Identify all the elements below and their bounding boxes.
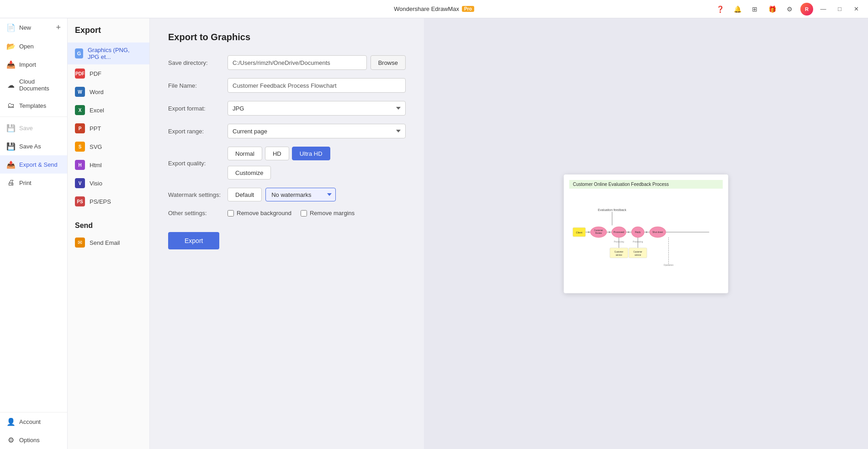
sidebar-item-new[interactable]: 📄 New + xyxy=(0,18,67,37)
close-button[interactable]: ✕ xyxy=(850,3,863,16)
sidebar-item-open[interactable]: 📂 Open xyxy=(0,37,67,55)
remove-margins-checkbox[interactable]: Remove margins xyxy=(301,210,355,217)
nav-open-label: Open xyxy=(19,43,34,50)
sidebar-item-export[interactable]: 📤 Export & Send xyxy=(0,155,67,174)
maximize-button[interactable]: □ xyxy=(833,3,846,16)
export-quality-row: Export quality: Normal HD Ultra HD Custo… xyxy=(168,147,406,180)
remove-background-input[interactable] xyxy=(228,210,234,217)
sidebar-item-print[interactable]: 🖨 Print xyxy=(0,174,67,192)
sidebar-item-options[interactable]: ⚙ Options xyxy=(0,431,67,449)
new-icon: 📄 xyxy=(6,23,16,32)
quality-ultra-hd-button[interactable]: Ultra HD xyxy=(292,147,330,160)
diagram-svg: Evaluation feedback Client Custom xyxy=(569,193,723,285)
preview-diagram: Evaluation feedback Client Custom xyxy=(569,193,723,285)
export-range-row: Export range: Current page All pages Sel… xyxy=(168,124,406,138)
export-item-pseps[interactable]: PS PS/EPS xyxy=(68,192,149,211)
email-icon: ✉ xyxy=(75,238,85,248)
svg-text:Client: Client xyxy=(576,231,582,234)
browse-button[interactable]: Browse xyxy=(370,55,406,70)
main-content: Export to Graphics Save directory: Brows… xyxy=(150,18,868,449)
quality-hd-button[interactable]: HD xyxy=(265,147,289,160)
sidebar-item-templates[interactable]: 🗂 Templates xyxy=(0,96,67,115)
svg-text:Customer: Customer xyxy=(634,250,643,253)
pdf-label: PDF xyxy=(90,70,101,77)
sidebar-item-import[interactable]: 📥 Import xyxy=(0,55,67,74)
left-sidebar: 📄 New + 📂 Open 📥 Import ☁ Cloud Document… xyxy=(0,18,68,449)
export-button[interactable]: Export xyxy=(168,232,219,249)
export-button-area: Export xyxy=(168,225,406,249)
svg-text:service: service xyxy=(616,254,623,256)
other-settings-row: Other settings: Remove background Remove… xyxy=(168,210,406,217)
export-form-title: Export to Graphics xyxy=(168,32,406,42)
export-item-excel[interactable]: X Excel xyxy=(68,101,149,119)
watermark-select[interactable]: No watermarks Custom watermark xyxy=(265,188,336,201)
sidebar-item-cloud[interactable]: ☁ Cloud Documents xyxy=(0,74,67,96)
other-settings-controls: Remove background Remove margins xyxy=(228,210,406,217)
nav-save-label: Save xyxy=(19,125,33,132)
content-body: Export to Graphics Save directory: Brows… xyxy=(150,18,868,449)
export-format-controls: JPG PNG BMP GIF TIFF xyxy=(228,101,406,116)
email-label: Send Email xyxy=(90,239,120,246)
send-item-email[interactable]: ✉ Send Email xyxy=(68,233,149,252)
word-label: Word xyxy=(90,89,104,95)
save-directory-input[interactable] xyxy=(228,55,367,70)
import-icon: 📥 xyxy=(6,60,16,69)
svg-text:Reply: Reply xyxy=(635,231,641,233)
remove-background-checkbox[interactable]: Remove background xyxy=(228,210,291,217)
nav-options-label: Options xyxy=(19,437,40,444)
graphics-icon: G xyxy=(75,48,83,58)
export-format-select[interactable]: JPG PNG BMP GIF TIFF xyxy=(228,101,406,116)
nav-separator xyxy=(0,116,67,117)
remove-margins-input[interactable] xyxy=(301,210,307,217)
app-title-text: Wondershare EdrawMax xyxy=(394,5,459,12)
export-range-select[interactable]: Current page All pages Selected objects xyxy=(228,124,406,138)
sidebar-item-save[interactable]: 💾 Save xyxy=(0,119,67,137)
main-layout: 📄 New + 📂 Open 📥 Import ☁ Cloud Document… xyxy=(0,18,868,449)
nav-export-label: Export & Send xyxy=(19,161,58,168)
file-name-row: File Name: xyxy=(168,78,406,93)
app-title: Wondershare EdrawMax Pro xyxy=(394,5,474,12)
save-directory-row: Save directory: Browse xyxy=(168,55,406,70)
help-icon[interactable]: ❓ xyxy=(714,3,726,16)
gift-icon[interactable]: 🎁 xyxy=(766,3,778,16)
bell-icon[interactable]: 🔔 xyxy=(731,3,744,16)
export-range-controls: Current page All pages Selected objects xyxy=(228,124,406,138)
nav-cloud-label: Cloud Documents xyxy=(19,78,61,92)
svg-icon: S xyxy=(75,142,85,152)
options-icon: ⚙ xyxy=(6,435,16,444)
export-format-label: Export format: xyxy=(168,105,228,112)
export-item-graphics[interactable]: G Graphics (PNG, JPG et... xyxy=(68,42,149,64)
pro-badge: Pro xyxy=(462,6,474,12)
export-item-pdf[interactable]: PDF PDF xyxy=(68,64,149,83)
export-item-svg[interactable]: S SVG xyxy=(68,137,149,156)
watermark-default-button[interactable]: Default xyxy=(228,188,262,201)
middle-panel: Export G Graphics (PNG, JPG et... PDF PD… xyxy=(68,18,150,449)
export-item-ppt[interactable]: P PPT xyxy=(68,119,149,137)
sidebar-item-save-as[interactable]: 💾 Save As xyxy=(0,137,67,155)
settings-icon[interactable]: ⚙ xyxy=(783,3,796,16)
svg-text:Processed: Processed xyxy=(614,231,625,233)
svg-text:Processing: Processing xyxy=(614,240,624,243)
nav-bottom: 👤 Account ⚙ Options xyxy=(0,412,67,449)
export-item-html[interactable]: H Html xyxy=(68,156,149,174)
svg-text:service: service xyxy=(635,254,641,256)
svg-marker-12 xyxy=(628,231,630,233)
account-icon: 👤 xyxy=(6,417,16,426)
print-icon: 🖨 xyxy=(6,178,16,187)
sidebar-item-account[interactable]: 👤 Account xyxy=(0,412,67,431)
preview-card: Customer Online Evaluation Feedback Proc… xyxy=(564,174,728,293)
send-section-title: Send xyxy=(68,214,149,233)
minimize-button[interactable]: — xyxy=(817,3,830,16)
customize-button[interactable]: Customize xyxy=(228,166,271,180)
quality-normal-button[interactable]: Normal xyxy=(228,147,262,160)
svg-text:Customer: Customer xyxy=(614,250,624,253)
svg-marker-9 xyxy=(609,231,611,233)
export-range-label: Export range: xyxy=(168,128,228,135)
templates-icon: 🗂 xyxy=(6,101,16,110)
apps-icon[interactable]: ⊞ xyxy=(748,3,761,16)
file-name-input[interactable] xyxy=(228,78,406,93)
export-item-visio[interactable]: V Visio xyxy=(68,174,149,192)
export-item-word[interactable]: W Word xyxy=(68,83,149,101)
plus-icon[interactable]: + xyxy=(56,23,61,32)
avatar[interactable]: R xyxy=(800,3,813,16)
